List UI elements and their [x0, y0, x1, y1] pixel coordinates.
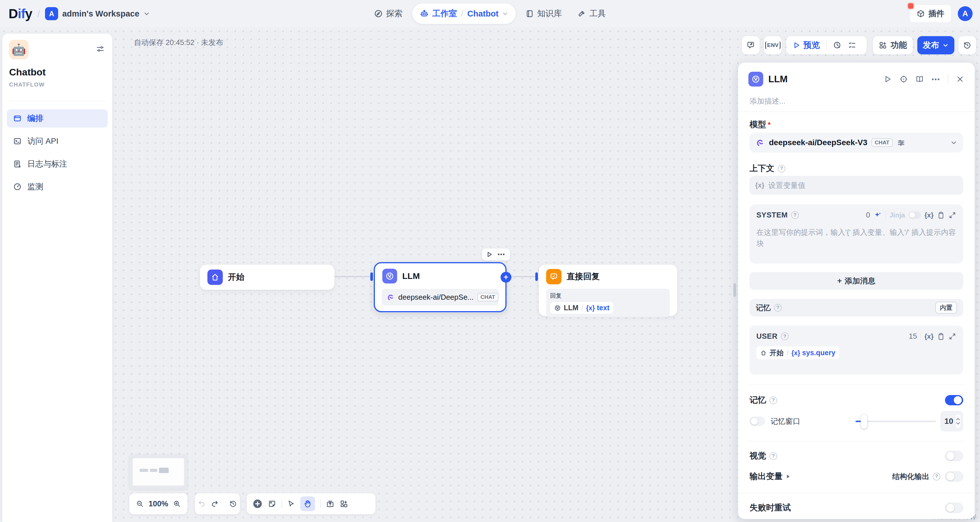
expand-icon[interactable]	[948, 332, 956, 340]
more-actions-icon[interactable]: ⋯	[497, 250, 505, 259]
nav-tools[interactable]: 工具	[572, 4, 612, 23]
memory-toggle[interactable]	[945, 395, 963, 405]
api-terminal-icon	[13, 137, 22, 146]
copy-icon[interactable]	[937, 332, 945, 340]
sidebar-item-api[interactable]: 访问 API	[7, 132, 108, 150]
description-placeholder[interactable]: 添加描述...	[749, 96, 786, 106]
canvas-tools	[247, 493, 375, 514]
pointer-tool-icon[interactable]	[287, 500, 295, 508]
vision-toggle[interactable]	[945, 451, 963, 461]
memory-window-input[interactable]: 10	[940, 411, 963, 432]
zoom-in-icon[interactable]	[173, 500, 181, 508]
version-history-button[interactable]	[958, 36, 976, 54]
output-variables-row: 输出变量 结构化输出 ?	[749, 469, 963, 484]
structured-output-toggle[interactable]	[945, 471, 963, 482]
zoom-level[interactable]: 100%	[148, 500, 168, 508]
run-node-icon[interactable]	[486, 251, 493, 258]
answer-input-handle[interactable]	[535, 272, 538, 281]
annotation-button[interactable]	[742, 36, 759, 54]
answer-section-label: 回复	[550, 292, 666, 300]
change-history-icon[interactable]	[229, 500, 237, 508]
chevron-down-icon	[956, 422, 960, 425]
user-variable-ref[interactable]: 开始 / {x} sys.query	[756, 346, 839, 359]
answer-node-body: 回复 LLM / {x} text	[546, 289, 670, 317]
copy-icon[interactable]	[937, 211, 945, 219]
nav-explore[interactable]: 探索	[368, 4, 408, 23]
chevron-down-icon	[942, 42, 949, 49]
preview-button[interactable]: 预览	[792, 40, 820, 51]
app-sidebar: 🤖 Chatbot CHATFLOW 编排 访问 API 日志与标注 监测	[2, 33, 112, 522]
generate-sparkle-icon[interactable]	[873, 211, 882, 219]
more-options-icon[interactable]: ⋯	[931, 74, 940, 84]
publish-button[interactable]: 发布	[917, 36, 955, 54]
hand-tool-active[interactable]	[300, 497, 315, 511]
number-stepper[interactable]	[956, 414, 960, 428]
canvas-scrollbar[interactable]	[733, 283, 736, 297]
add-node-icon[interactable]	[252, 499, 262, 509]
memory-window-row: 记忆窗口 10	[749, 411, 963, 432]
zoom-controls: 100%	[129, 493, 188, 514]
minimap-viewport	[133, 458, 184, 486]
system-prompt-box[interactable]: SYSTEM ? 0 Jinja {x} 在这里写你的提示词，输入'{' 插入变…	[749, 205, 963, 263]
insert-variable-icon[interactable]: {x}	[924, 332, 934, 340]
sidebar-item-logs[interactable]: 日志与标注	[7, 155, 108, 173]
workspace-name: admin's Workspace	[62, 9, 139, 19]
retry-toggle[interactable]	[945, 503, 963, 513]
sidebar-item-orchestrate[interactable]: 编排	[7, 109, 108, 127]
autosave-status: 自动保存 20:45:52 · 未发布	[134, 38, 223, 48]
llm-input-handle[interactable]	[370, 272, 373, 281]
undo-icon[interactable]	[198, 500, 206, 508]
node-start[interactable]: 开始	[200, 265, 334, 290]
zoom-out-icon[interactable]	[136, 500, 144, 508]
memory-window-toggle[interactable]	[749, 417, 765, 426]
nav-studio-active[interactable]: 工作室 / Chatbot	[412, 3, 515, 24]
app-icon[interactable]: 🤖	[9, 40, 29, 59]
run-this-step-icon[interactable]	[883, 75, 892, 83]
features-button[interactable]: 功能	[873, 36, 913, 54]
docs-icon[interactable]	[915, 75, 924, 83]
workspace-selector[interactable]: A admin's Workspace	[45, 7, 150, 20]
context-variable-input[interactable]: {x} 设置变量值	[749, 176, 963, 195]
help-icon: ?	[778, 165, 786, 173]
model-section-label: 模型*	[749, 119, 771, 130]
user-avatar[interactable]: A	[958, 6, 973, 21]
add-message-button[interactable]: + 添加消息	[749, 272, 963, 290]
sidebar-item-monitoring[interactable]: 监测	[7, 178, 108, 196]
add-next-node-button[interactable]: +	[501, 272, 511, 282]
node-config-panel: LLM ⋯ 添加描述... 模型* deepseek-ai/DeepSeek-V…	[738, 62, 975, 519]
slider-handle[interactable]	[861, 414, 867, 429]
dify-logo[interactable]: Dify	[8, 6, 32, 21]
jinja-toggle[interactable]	[908, 211, 921, 219]
model-selector[interactable]: deepseek-ai/DeepSeek-V3 CHAT	[749, 133, 963, 152]
memory-window-slider[interactable]	[856, 420, 936, 422]
insert-variable-icon[interactable]: {x}	[924, 211, 934, 219]
user-prompt-box[interactable]: USER ? 15 {x} 开始 / {x} sys.query	[749, 325, 963, 374]
node-answer[interactable]: 直接回复 回复 LLM / {x} text	[539, 265, 677, 316]
expand-caret-icon[interactable]	[787, 475, 790, 478]
run-history-icon[interactable]	[833, 41, 842, 49]
auto-layout-icon[interactable]	[340, 500, 348, 508]
add-note-icon[interactable]	[268, 500, 276, 508]
checklist-icon[interactable]	[848, 41, 856, 49]
nav-knowledge[interactable]: 知识库	[520, 4, 568, 23]
node-llm[interactable]: LLM deepseek-ai/DeepSe... CHAT +	[374, 262, 506, 312]
panel-header: LLM ⋯	[748, 71, 964, 87]
app-settings-icon[interactable]	[96, 44, 105, 54]
model-name: deepseek-ai/DeepSeek-V3	[769, 138, 867, 147]
export-dsl-icon[interactable]	[326, 500, 334, 508]
plugins-button[interactable]: 插件	[909, 5, 951, 23]
play-icon	[792, 41, 800, 49]
deepseek-logo-icon	[755, 138, 765, 148]
chat-mode-badge: CHAT	[477, 293, 498, 301]
llm-brain-icon	[748, 72, 763, 87]
close-icon[interactable]	[956, 75, 964, 83]
expand-icon[interactable]	[948, 211, 956, 219]
model-params-icon[interactable]	[897, 138, 905, 147]
minimap[interactable]	[129, 455, 188, 489]
panel-title[interactable]: LLM	[768, 74, 788, 84]
app-type-label: CHATFLOW	[9, 81, 45, 88]
answer-variable-ref: LLM / {x} text	[550, 302, 613, 314]
locate-node-icon[interactable]	[899, 75, 908, 83]
env-variables-button[interactable]: ENV	[764, 36, 782, 54]
redo-icon[interactable]	[211, 500, 219, 508]
